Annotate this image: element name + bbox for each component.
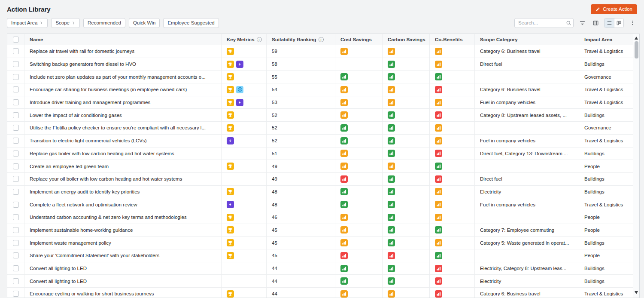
- key-metrics-cell: [222, 71, 267, 83]
- table-row[interactable]: Implement sustainable home-working guida…: [7, 224, 634, 237]
- bar-chart-icon: [435, 73, 442, 80]
- table-row[interactable]: Encourage car-sharing for business meeti…: [7, 83, 634, 96]
- action-name[interactable]: Encourage car-sharing for business meeti…: [24, 83, 222, 96]
- search-input[interactable]: [514, 18, 574, 28]
- table-row[interactable]: Implement an energy audit to identify ke…: [7, 186, 634, 199]
- table-row[interactable]: Replace your oil boiler with low carbon …: [7, 173, 634, 186]
- column-header-carbon-savings[interactable]: Carbon Savings: [383, 34, 430, 45]
- table-row[interactable]: Create an employee-led green team 49 Peo…: [7, 160, 634, 173]
- scroll-down-arrow-icon[interactable]: [635, 291, 638, 294]
- row-checkbox[interactable]: [13, 112, 19, 118]
- row-checkbox[interactable]: [13, 138, 19, 144]
- row-checkbox[interactable]: [13, 252, 19, 258]
- action-name[interactable]: Convert all lighting to LED: [24, 262, 222, 275]
- vertical-scrollbar[interactable]: [633, 34, 639, 298]
- board-view-button[interactable]: [614, 18, 623, 28]
- carbon-savings-cell: [383, 173, 430, 185]
- action-name[interactable]: Include net zero plan updates as part of…: [24, 71, 222, 83]
- filter-icon[interactable]: [577, 18, 587, 28]
- table-row[interactable]: Convert all lighting to LED 44 Electrici…: [7, 275, 634, 288]
- table-row[interactable]: Include net zero plan updates as part of…: [7, 71, 634, 83]
- table-row[interactable]: Replace gas boiler with low carbon heati…: [7, 147, 634, 160]
- column-header-key-metrics[interactable]: Key Metrics: [222, 34, 267, 45]
- column-header-suitability-ranking[interactable]: Suitability Ranking: [267, 34, 335, 45]
- row-checkbox[interactable]: [13, 265, 19, 271]
- column-header-scope-category[interactable]: Scope Category: [475, 34, 579, 45]
- action-name[interactable]: Complete a fleet network and optimisatio…: [24, 198, 222, 211]
- row-checkbox[interactable]: [13, 176, 19, 182]
- table-row[interactable]: Share your 'Commitment Statement' with y…: [7, 249, 634, 262]
- create-action-button[interactable]: Create Action: [591, 4, 637, 14]
- table-row[interactable]: Implement waste management policy 45 Cat…: [7, 237, 634, 249]
- action-name[interactable]: Create an employee-led green team: [24, 160, 222, 172]
- recommended-filter[interactable]: Recommended: [83, 18, 125, 28]
- row-checkbox[interactable]: [13, 163, 19, 169]
- row-checkbox[interactable]: [13, 61, 19, 67]
- row-checkbox[interactable]: [13, 151, 19, 157]
- row-checkbox[interactable]: [13, 202, 19, 208]
- action-name[interactable]: Share your 'Commitment Statement' with y…: [24, 249, 222, 262]
- row-checkbox[interactable]: [13, 214, 19, 220]
- table-row[interactable]: Utilise the Flotilla policy checker to e…: [7, 122, 634, 135]
- scroll-up-arrow-icon[interactable]: [635, 37, 638, 40]
- table-row[interactable]: Encourage cycling or walking for short b…: [7, 288, 634, 298]
- column-header-name[interactable]: Name: [24, 34, 222, 45]
- row-checkbox[interactable]: [13, 291, 19, 297]
- bar-chart-icon: [388, 61, 395, 68]
- action-name[interactable]: Encourage cycling or walking for short b…: [24, 288, 222, 298]
- row-checkbox[interactable]: [13, 240, 19, 246]
- column-header-cost-savings[interactable]: Cost Savings: [335, 34, 383, 45]
- employee-suggested-filter[interactable]: Employee Suggested: [163, 18, 219, 28]
- action-name[interactable]: Replace your oil boiler with low carbon …: [24, 173, 222, 185]
- action-name[interactable]: Transition to electric light commercial …: [24, 135, 222, 147]
- action-name[interactable]: Understand carbon accounting & net zero …: [24, 211, 222, 224]
- action-name[interactable]: Convert all lighting to LED: [24, 275, 222, 287]
- bar-chart-icon: [388, 277, 395, 285]
- row-select-cell: [7, 45, 24, 58]
- action-name[interactable]: Switching backup generators from diesel …: [24, 58, 222, 71]
- suitability-ranking-value: 48: [267, 198, 335, 211]
- impact-area-value: Travel & Logistics: [579, 83, 634, 96]
- row-select-cell: [7, 58, 24, 71]
- carbon-savings-cell: [383, 45, 430, 58]
- action-name[interactable]: Implement waste management policy: [24, 237, 222, 249]
- kebab-menu-icon[interactable]: [628, 18, 637, 28]
- table-row[interactable]: Convert all lighting to LED 44 Electrici…: [7, 262, 634, 275]
- table-row[interactable]: Transition to electric light commercial …: [7, 135, 634, 147]
- action-name[interactable]: Implement sustainable home-working guida…: [24, 224, 222, 237]
- row-checkbox[interactable]: [13, 125, 19, 131]
- table-row[interactable]: Complete a fleet network and optimisatio…: [7, 198, 634, 211]
- impact-area-filter[interactable]: Impact Area: [7, 18, 48, 28]
- row-checkbox[interactable]: [13, 74, 19, 80]
- scope-filter[interactable]: Scope: [51, 18, 80, 28]
- row-checkbox[interactable]: [13, 227, 19, 233]
- info-icon[interactable]: [319, 37, 324, 42]
- action-name[interactable]: Introduce driver training and management…: [24, 96, 222, 109]
- row-checkbox[interactable]: [13, 189, 19, 195]
- action-name[interactable]: Replace air travel with rail for domesti…: [24, 45, 222, 58]
- select-all-checkbox[interactable]: [13, 37, 19, 43]
- action-name[interactable]: Utilise the Flotilla policy checker to e…: [24, 122, 222, 134]
- table-row[interactable]: Introduce driver training and management…: [7, 96, 634, 109]
- table-row[interactable]: Lower the impact of air conditioning gas…: [7, 109, 634, 122]
- row-checkbox[interactable]: [13, 48, 19, 54]
- bar-chart-icon: [340, 226, 348, 233]
- column-header-impact-area[interactable]: Impact Area: [579, 34, 634, 45]
- info-icon[interactable]: [257, 37, 262, 42]
- list-view-button[interactable]: [605, 18, 614, 28]
- scrollbar-thumb[interactable]: [635, 41, 638, 58]
- columns-icon[interactable]: [591, 18, 600, 28]
- action-name[interactable]: Lower the impact of air conditioning gas…: [24, 109, 222, 121]
- column-header-co-benefits[interactable]: Co-Benefits: [430, 34, 475, 45]
- row-checkbox[interactable]: [13, 99, 19, 105]
- table-row[interactable]: Switching backup generators from diesel …: [7, 58, 634, 71]
- row-checkbox[interactable]: [13, 278, 19, 284]
- table-row[interactable]: Understand carbon accounting & net zero …: [7, 211, 634, 224]
- quick-win-filter[interactable]: Quick Win: [129, 18, 160, 28]
- row-checkbox[interactable]: [13, 86, 19, 92]
- bar-chart-icon: [388, 111, 395, 119]
- action-name[interactable]: Replace gas boiler with low carbon heati…: [24, 147, 222, 160]
- chevron-right-icon: [39, 21, 43, 25]
- action-name[interactable]: Implement an energy audit to identify ke…: [24, 186, 222, 198]
- table-row[interactable]: Replace air travel with rail for domesti…: [7, 45, 634, 58]
